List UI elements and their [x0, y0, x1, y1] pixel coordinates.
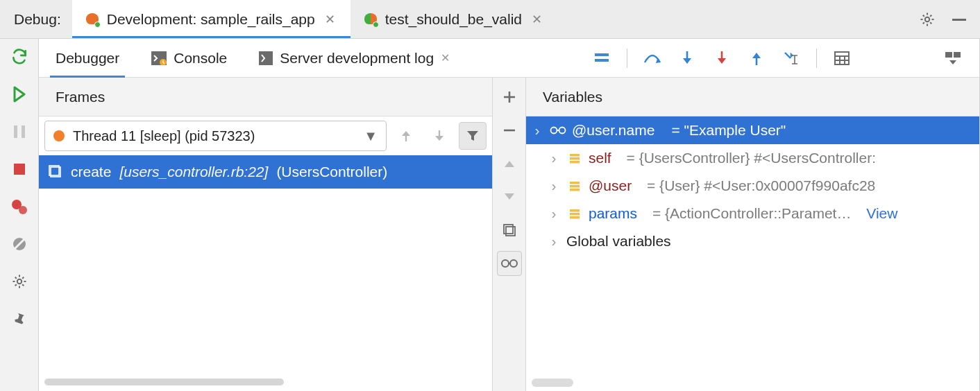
field-icon [566, 151, 583, 165]
svg-rect-21 [954, 52, 961, 58]
run-configurations-tabs: Development: sample_rails_app ✕ test_sho… [72, 0, 906, 38]
svg-rect-38 [570, 182, 580, 184]
horizontal-scrollbar[interactable] [44, 377, 480, 387]
minimize-icon[interactable] [949, 10, 969, 29]
svg-rect-4 [14, 164, 25, 175]
expand-icon[interactable]: › [547, 233, 561, 250]
debug-panels: Debugger Console Server development log … [39, 39, 980, 391]
field-icon [566, 207, 583, 220]
panel-title: Debug: [0, 11, 72, 28]
svg-rect-41 [570, 209, 580, 212]
variable-row-user[interactable]: › @user = {User} #<User:0x00007f990afc28 [526, 172, 979, 200]
pause-button[interactable] [8, 121, 31, 143]
variable-value: = {ActionController::Paramet… [652, 205, 852, 222]
svg-rect-12 [259, 51, 273, 65]
view-breakpoints-button[interactable] [8, 196, 31, 218]
new-watch-button[interactable] [497, 85, 522, 110]
force-step-into-button[interactable] [712, 49, 732, 68]
close-icon[interactable]: ✕ [529, 12, 545, 27]
close-icon[interactable]: ✕ [322, 12, 338, 27]
thread-select[interactable]: Thread 11 [sleep] (pid 57323) ▼ [44, 121, 387, 151]
svg-rect-28 [504, 225, 513, 234]
duplicate-watch-button[interactable] [497, 218, 522, 243]
svg-rect-39 [570, 185, 580, 188]
stop-button[interactable] [8, 158, 31, 180]
watch-expression: @user.name [572, 122, 654, 139]
expand-icon[interactable]: › [547, 205, 561, 222]
subtab-server-log[interactable]: Server development log ✕ [259, 39, 450, 77]
expand-icon[interactable]: › [547, 150, 561, 166]
stepping-toolbar [592, 49, 852, 68]
subtab-debugger[interactable]: Debugger [56, 39, 119, 77]
variables-header: Variables [526, 78, 979, 116]
thread-selector-row: Thread 11 [sleep] (pid 57323) ▼ [39, 116, 492, 155]
frame-icon [49, 165, 62, 179]
view-link[interactable]: View [866, 205, 897, 222]
next-frame-button[interactable] [425, 122, 453, 150]
expand-icon[interactable]: › [530, 122, 544, 139]
frame-item[interactable]: create [users_controller.rb:22] (UsersCo… [39, 155, 492, 189]
watch-value: = "Example User" [671, 122, 786, 139]
svg-rect-15 [835, 52, 849, 64]
run-to-cursor-button[interactable] [782, 49, 801, 68]
chevron-down-icon: ▼ [364, 128, 378, 144]
rails-icon [85, 12, 100, 27]
debugger-settings-button[interactable] [8, 270, 31, 293]
show-watches-button[interactable] [497, 251, 522, 276]
variable-row-self[interactable]: › self = {UsersController} #<UsersContro… [526, 144, 979, 172]
subtab-label: Debugger [56, 50, 119, 67]
variables-pane: Variables › @user.name = "Example User" … [526, 78, 979, 391]
thread-label: Thread 11 [sleep] (pid 57323) [73, 128, 255, 144]
separator [627, 49, 627, 68]
variables-tree[interactable]: › @user.name = "Example User" › [526, 116, 979, 391]
step-out-button[interactable] [747, 49, 766, 68]
frame-list[interactable]: create [users_controller.rb:22] (UsersCo… [39, 155, 492, 391]
svg-point-9 [17, 279, 21, 284]
svg-rect-3 [22, 125, 25, 138]
variable-name: params [589, 205, 637, 222]
variable-value: = {User} #<User:0x00007f990afc28 [647, 177, 875, 194]
remove-watch-button[interactable] [497, 118, 522, 143]
close-icon[interactable]: ✕ [441, 51, 450, 64]
pin-button[interactable] [8, 308, 31, 330]
svg-point-6 [19, 206, 27, 214]
layout-settings-button[interactable] [943, 49, 963, 68]
debugger-panes: Frames Thread 11 [sleep] (pid 57323) ▼ [39, 78, 979, 391]
gear-icon[interactable] [918, 10, 937, 29]
log-icon [259, 51, 273, 65]
expand-icon[interactable]: › [547, 177, 561, 194]
debugger-subtabs: Debugger Console Server development log … [39, 39, 979, 78]
frame-class: (UsersController) [276, 164, 387, 180]
mute-breakpoints-button[interactable] [8, 233, 31, 255]
run-tab-test[interactable]: test_should_be_valid ✕ [350, 0, 557, 38]
test-icon [363, 12, 378, 27]
frames-pane: Frames Thread 11 [sleep] (pid 57323) ▼ [39, 78, 493, 391]
frame-location: [users_controller.rb:22] [119, 164, 268, 180]
horizontal-scrollbar[interactable] [532, 379, 573, 387]
step-over-button[interactable] [643, 49, 662, 68]
svg-rect-14 [595, 59, 609, 62]
prev-frame-button[interactable] [392, 122, 420, 150]
watch-row[interactable]: › @user.name = "Example User" [526, 116, 979, 144]
debug-side-toolbar [0, 39, 39, 391]
filter-frames-button[interactable] [459, 122, 487, 150]
svg-point-33 [559, 128, 566, 134]
svg-rect-27 [506, 227, 515, 236]
subtab-console[interactable]: Console [151, 39, 227, 77]
variable-row-globals[interactable]: › Global variables [526, 227, 979, 255]
variable-row-params[interactable]: › params = {ActionController::Paramet… V… [526, 200, 979, 227]
svg-point-32 [551, 128, 557, 134]
evaluate-expression-button[interactable] [832, 49, 852, 68]
variables-toolbar [493, 78, 526, 391]
svg-rect-13 [595, 53, 609, 56]
rerun-button[interactable] [8, 46, 31, 68]
resume-button[interactable] [8, 83, 31, 105]
run-tab-label: Development: sample_rails_app [107, 11, 315, 28]
move-watch-down-button[interactable] [497, 184, 522, 209]
move-watch-up-button[interactable] [497, 151, 522, 176]
show-execution-point-button[interactable] [592, 49, 611, 68]
console-icon [151, 51, 167, 65]
variable-name: @user [589, 177, 632, 194]
run-tab-development[interactable]: Development: sample_rails_app ✕ [72, 0, 350, 38]
step-into-button[interactable] [677, 49, 697, 68]
